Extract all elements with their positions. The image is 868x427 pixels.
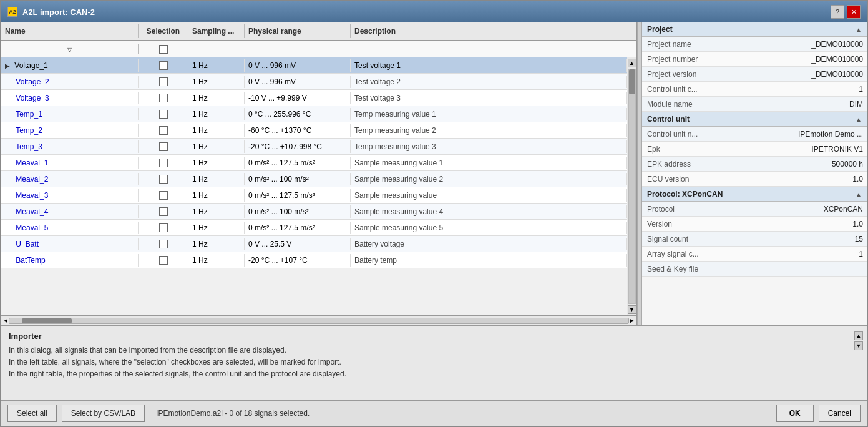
- bottom-scroll-down[interactable]: ▼: [854, 341, 863, 350]
- cell-selection[interactable]: [139, 76, 188, 88]
- cell-name-text: Temp_1: [16, 110, 42, 119]
- table-row[interactable]: Temp_2 1 Hz -60 °C ... +1370 °C Temp mea…: [1, 122, 627, 139]
- panel-divider[interactable]: [637, 22, 642, 325]
- row-checkbox[interactable]: [159, 126, 168, 135]
- row-checkbox[interactable]: [159, 142, 168, 151]
- section-title-2: Protocol: XCPonCAN: [647, 190, 723, 199]
- cell-name-text: Meaval_2: [16, 175, 48, 184]
- table-row[interactable]: Meaval_3 1 Hz 0 m/s² ... 127.5 m/s² Samp…: [1, 187, 627, 204]
- section-header-0[interactable]: Project▲: [642, 22, 867, 37]
- col-header-selection: Selection: [139, 24, 188, 38]
- scroll-up-btn[interactable]: ▲: [628, 59, 636, 67]
- bottom-scroll-up[interactable]: ▲: [854, 331, 863, 340]
- row-checkbox[interactable]: [159, 256, 168, 265]
- v-scroll-track[interactable]: [628, 69, 636, 304]
- cell-selection[interactable]: [139, 189, 188, 202]
- cell-selection[interactable]: [139, 124, 188, 137]
- row-checkbox[interactable]: [159, 61, 168, 70]
- cell-selection[interactable]: [139, 238, 188, 250]
- row-checkbox[interactable]: [159, 110, 168, 119]
- row-checkbox[interactable]: [159, 175, 168, 184]
- ok-button[interactable]: OK: [776, 405, 814, 422]
- table-row[interactable]: Meaval_5 1 Hz 0 m/s² ... 127.5 m/s² Samp…: [1, 220, 627, 236]
- table-row[interactable]: Meaval_2 1 Hz 0 m/s² ... 100 m/s² Sample…: [1, 171, 627, 187]
- cell-sampling: 1 Hz: [188, 254, 245, 267]
- row-checkbox[interactable]: [159, 207, 168, 216]
- cell-selection[interactable]: [139, 254, 188, 267]
- prop-row: Signal count 15: [642, 232, 867, 247]
- row-checkbox[interactable]: [159, 191, 168, 200]
- section-header-1[interactable]: Control unit▲: [642, 112, 867, 127]
- filter-selection-cell: [139, 45, 188, 54]
- cell-name: Temp_3: [1, 140, 139, 153]
- right-panel-content: Project▲ Project name _DEMO010000 Projec…: [642, 22, 867, 325]
- cell-name-text: Temp_3: [16, 142, 42, 151]
- cell-physical: 0 m/s² ... 127.5 m/s²: [245, 222, 351, 234]
- table-row[interactable]: Voltage_3 1 Hz -10 V ... +9.999 V Test v…: [1, 90, 627, 106]
- importer-line: In the left table, all signals, where th…: [9, 356, 859, 368]
- col-header-physical: Physical range: [245, 24, 351, 38]
- cell-selection[interactable]: [139, 59, 188, 72]
- cell-name-text: Meaval_1: [16, 159, 48, 167]
- cell-name-text: Meaval_3: [16, 191, 48, 200]
- table-row[interactable]: Temp_3 1 Hz -20 °C ... +107.998 °C Temp …: [1, 139, 627, 155]
- cell-physical: 0 m/s² ... 100 m/s²: [245, 173, 351, 185]
- prop-row: Project number _DEMO010000: [642, 52, 867, 67]
- table-row[interactable]: Meaval_1 1 Hz 0 m/s² ... 127.5 m/s² Samp…: [1, 155, 627, 171]
- cell-selection[interactable]: [139, 173, 188, 185]
- prop-value: DIM: [723, 98, 867, 110]
- table-row[interactable]: ▶ Voltage_1 1 Hz 0 V ... 996 mV Test vol…: [1, 57, 627, 74]
- left-panel: Name Selection Sampling ... Physical ran…: [1, 22, 637, 325]
- help-button[interactable]: ?: [831, 5, 844, 19]
- cell-description: Sample measuring value: [351, 189, 627, 202]
- close-button[interactable]: ✕: [847, 5, 861, 19]
- main-content: Name Selection Sampling ... Physical ran…: [1, 22, 867, 325]
- row-checkbox[interactable]: [159, 77, 168, 86]
- prop-label: Project version: [642, 68, 723, 81]
- prop-row: Control unit n... IPEmotion Demo ...: [642, 127, 867, 142]
- cell-selection[interactable]: [139, 108, 188, 120]
- prop-label: Signal count: [642, 233, 723, 245]
- cell-description: Sample measuring value 5: [351, 222, 627, 234]
- prop-value: 1: [723, 83, 867, 96]
- cell-selection[interactable]: [139, 205, 188, 218]
- cell-name: U_Batt: [1, 238, 139, 250]
- table-body[interactable]: ▶ Voltage_1 1 Hz 0 V ... 996 mV Test vol…: [1, 57, 627, 315]
- cell-selection[interactable]: [139, 140, 188, 153]
- cancel-button[interactable]: Cancel: [819, 405, 861, 422]
- table-row[interactable]: U_Batt 1 Hz 0 V ... 25.5 V Battery volta…: [1, 236, 627, 252]
- h-scroll-left-btn[interactable]: ◄: [2, 317, 9, 324]
- select-all-button[interactable]: Select all: [7, 405, 57, 422]
- select-by-csv-button[interactable]: Select by CSV/LAB: [62, 405, 145, 422]
- table-row[interactable]: Temp_1 1 Hz 0 °C ... 255.996 °C Temp mea…: [1, 106, 627, 122]
- cell-selection[interactable]: [139, 92, 188, 104]
- cell-description: Battery voltage: [351, 238, 627, 250]
- prop-label: EPK address: [642, 158, 723, 170]
- cell-sampling: 1 Hz: [188, 238, 245, 250]
- row-checkbox[interactable]: [159, 94, 168, 102]
- row-checkbox[interactable]: [159, 223, 168, 232]
- cell-description: Sample measuring value 1: [351, 157, 627, 169]
- scroll-down-btn[interactable]: ▼: [628, 305, 636, 314]
- row-checkbox[interactable]: [159, 159, 168, 167]
- cell-name-text: Meaval_5: [16, 223, 48, 232]
- h-scroll-right-btn[interactable]: ►: [629, 317, 635, 324]
- cell-selection[interactable]: [139, 157, 188, 169]
- prop-row: Seed & Key file: [642, 262, 867, 277]
- table-row[interactable]: Voltage_2 1 Hz 0 V ... 996 mV Test volta…: [1, 74, 627, 90]
- importer-line: In the right table, the properties of th…: [9, 368, 859, 380]
- row-checkbox[interactable]: [159, 240, 168, 248]
- right-panel: Project▲ Project name _DEMO010000 Projec…: [642, 22, 867, 325]
- cell-sampling: 1 Hz: [188, 124, 245, 137]
- section-header-2[interactable]: Protocol: XCPonCAN▲: [642, 187, 867, 202]
- table-row[interactable]: Meaval_4 1 Hz 0 m/s² ... 100 m/s² Sample…: [1, 204, 627, 220]
- prop-label: Project number: [642, 53, 723, 66]
- table-row[interactable]: BatTemp 1 Hz -20 °C ... +107 °C Battery …: [1, 252, 627, 268]
- table-header: Name Selection Sampling ... Physical ran…: [1, 22, 636, 41]
- prop-label: Array signal c...: [642, 248, 723, 260]
- filter-checkbox[interactable]: [159, 45, 168, 54]
- h-scrollbar[interactable]: ◄ ►: [1, 315, 636, 325]
- v-scrollbar[interactable]: ▲ ▼: [627, 57, 636, 315]
- cell-selection[interactable]: [139, 222, 188, 234]
- h-scroll-track[interactable]: [9, 318, 629, 324]
